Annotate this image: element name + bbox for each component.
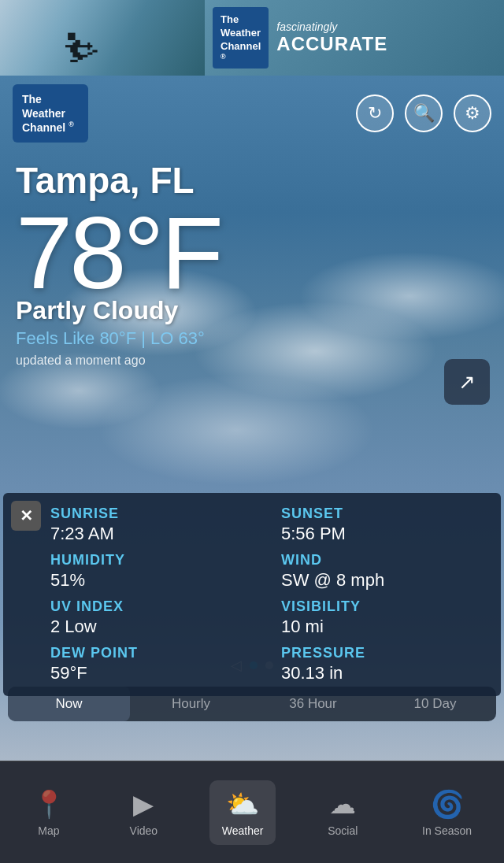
location-area: Tampa, FL 78°F <box>0 151 504 304</box>
detail-value: 59°F <box>50 663 258 683</box>
detail-label: SUNRISE <box>50 506 258 522</box>
detail-item: SUNSET 5:56 PM <box>281 506 488 544</box>
detail-item: PRESSURE 30.13 in <box>281 645 488 683</box>
header-icons: ↻ 🔍 ⚙ <box>356 94 491 132</box>
detail-label: DEW POINT <box>50 645 258 661</box>
nav-label-social: Social <box>328 824 358 837</box>
nav-label-weather: Weather <box>222 824 264 837</box>
nav-item-video[interactable]: ▶ Video <box>117 780 171 845</box>
bottom-nav: 📍 Map ▶ Video ⛅ Weather ☁ Social 🌀 In Se… <box>0 761 504 863</box>
detail-item: VISIBILITY 10 mi <box>281 598 488 637</box>
detail-item: UV INDEX 2 Low <box>50 598 258 637</box>
nav-label-map: Map <box>38 824 59 837</box>
detail-label: HUMIDITY <box>50 552 258 569</box>
updated-text: updated a moment ago <box>16 354 488 368</box>
weather-main: The Weather Channel ® ↻ 🔍 ⚙ Tampa, FL 78… <box>0 76 504 761</box>
nav-icon-in season: 🌀 <box>431 788 464 820</box>
detail-item: HUMIDITY 51% <box>50 552 258 591</box>
detail-value: SW @ 8 mph <box>281 570 488 591</box>
detail-label: WIND <box>281 552 488 569</box>
detail-value: 7:23 AM <box>50 524 258 544</box>
nav-item-weather[interactable]: ⛅ Weather <box>209 780 276 845</box>
nav-label-in season: In Season <box>422 824 472 837</box>
search-button[interactable]: 🔍 <box>405 94 443 132</box>
settings-button[interactable]: ⚙ <box>454 94 491 132</box>
nav-item-map[interactable]: 📍 Map <box>20 780 78 845</box>
ad-tagline: fascinatingly ACCURATE <box>276 20 387 55</box>
detail-item: DEW POINT 59°F <box>50 645 258 683</box>
detail-label: PRESSURE <box>281 645 488 661</box>
nav-item-in-season[interactable]: 🌀 In Season <box>410 780 484 845</box>
detail-value: 5:56 PM <box>281 524 488 544</box>
share-button[interactable]: ↗ <box>444 359 490 405</box>
detail-value: 10 mi <box>281 617 488 637</box>
search-icon: 🔍 <box>413 103 435 124</box>
condition-text: Partly Cloudy <box>16 296 488 325</box>
share-icon: ↗ <box>458 370 476 394</box>
detail-value: 51% <box>50 570 258 591</box>
detail-label: UV INDEX <box>50 598 258 615</box>
nav-label-video: Video <box>130 824 158 837</box>
close-icon: ✕ <box>20 506 33 525</box>
ad-logo: The Weather Channel ® <box>213 7 269 69</box>
ad-right: The Weather Channel ® fascinatingly ACCU… <box>205 7 504 69</box>
nav-icon-weather: ⛅ <box>226 788 259 820</box>
detail-label: SUNSET <box>281 506 488 522</box>
close-button[interactable]: ✕ <box>11 501 41 531</box>
refresh-icon: ↻ <box>368 103 382 124</box>
ad-image <box>0 0 205 76</box>
condition-area: Partly Cloudy Feels Like 80°F | LO 63° u… <box>0 296 504 368</box>
detail-item: WIND SW @ 8 mph <box>281 552 488 591</box>
header-row: The Weather Channel ® ↻ 🔍 ⚙ <box>0 76 504 151</box>
twc-logo: The Weather Channel ® <box>13 84 88 143</box>
nav-icon-map: 📍 <box>32 788 65 820</box>
feels-like: Feels Like 80°F | LO 63° <box>16 328 488 349</box>
detail-label: VISIBILITY <box>281 598 488 615</box>
nav-icon-video: ▶ <box>133 788 154 820</box>
nav-icon-social: ☁ <box>329 788 356 820</box>
detail-value: 2 Low <box>50 617 258 637</box>
details-panel: ✕ SUNRISE 7:23 AM SUNSET 5:56 PM HUMIDIT… <box>3 493 501 696</box>
detail-value: 30.13 in <box>281 663 488 683</box>
settings-icon: ⚙ <box>465 103 480 124</box>
detail-item: SUNRISE 7:23 AM <box>50 506 258 544</box>
nav-item-social[interactable]: ☁ Social <box>315 780 370 845</box>
details-grid: SUNRISE 7:23 AM SUNSET 5:56 PM HUMIDITY … <box>50 506 488 683</box>
refresh-button[interactable]: ↻ <box>356 94 394 132</box>
ad-banner[interactable]: The Weather Channel ® fascinatingly ACCU… <box>0 0 504 76</box>
temperature-display: 78°F <box>16 202 488 304</box>
